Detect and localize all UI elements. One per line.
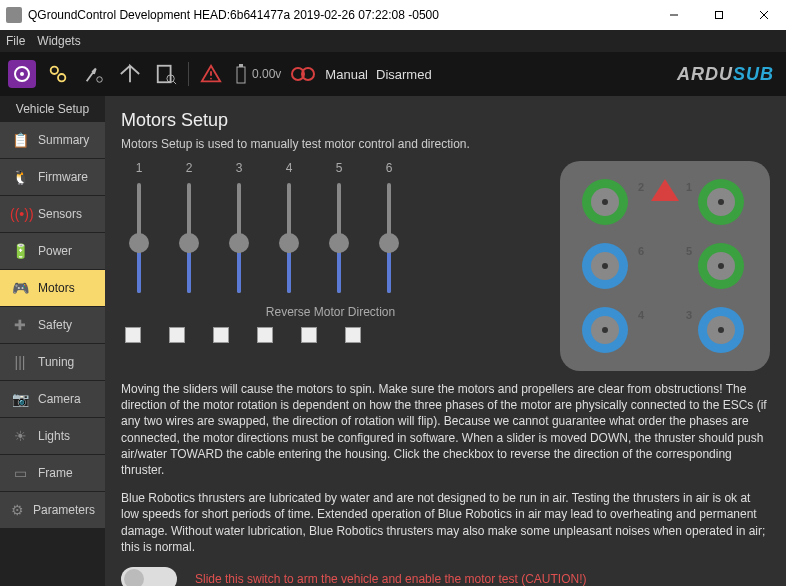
motor-slider-1[interactable]: 1 [121,161,157,293]
thruster-5: 5 [698,243,748,293]
slider-number-label: 6 [386,161,393,175]
joystick-icon[interactable] [289,60,317,88]
slider-number-label: 2 [186,161,193,175]
main-content: Motors Setup Motors Setup is used to man… [105,96,786,586]
sidebar-item-label: Parameters [33,503,95,517]
svg-point-5 [20,72,24,76]
window-maximize-button[interactable] [696,0,741,30]
battery-voltage: 0.00v [252,67,281,81]
sidebar-item-safety[interactable]: ✚Safety [0,307,105,343]
arm-caution-text: Slide this switch to arm the vehicle and… [195,572,587,586]
motor-slider-2[interactable]: 2 [171,161,207,293]
reverse-checkbox-4[interactable] [257,327,273,343]
sensors-icon: ((•)) [10,206,30,222]
sidebar-item-label: Summary [38,133,89,147]
motor-slider-3[interactable]: 3 [221,161,257,293]
thruster-label: 6 [638,245,644,257]
motor-sliders-group: 1 2 3 4 5 6 Reverse Motor Direction [121,161,540,343]
camera-icon: 📷 [10,391,30,407]
svg-point-7 [58,74,65,81]
svg-line-11 [173,81,176,84]
sidebar-item-tuning[interactable]: |||Tuning [0,344,105,380]
info-paragraph-1: Moving the sliders will cause the motors… [121,381,770,478]
window-title: QGroundControl Development HEAD:6b641477… [28,8,439,22]
thruster-1: 1 [698,179,748,229]
app-icon [6,7,22,23]
sidebar-item-motors[interactable]: 🎮Motors [0,270,105,306]
sidebar-item-firmware[interactable]: 🐧Firmware [0,159,105,195]
sidebar-item-label: Tuning [38,355,74,369]
reverse-checkbox-1[interactable] [125,327,141,343]
info-text-block: Moving the sliders will cause the motors… [121,381,770,555]
sidebar-item-label: Power [38,244,72,258]
thruster-label: 2 [638,181,644,193]
logo-icon[interactable] [8,60,36,88]
thruster-label: 4 [638,309,644,321]
settings-gear-icon[interactable] [44,60,72,88]
svg-point-13 [210,78,212,80]
analyze-icon[interactable] [152,60,180,88]
thruster-2: 2 [582,179,632,229]
sidebar-item-label: Camera [38,392,81,406]
reverse-checkbox-3[interactable] [213,327,229,343]
reverse-checkbox-5[interactable] [301,327,317,343]
flight-mode[interactable]: Manual [325,67,368,82]
parameters-icon: ⚙ [10,502,25,518]
window-close-button[interactable] [741,0,786,30]
summary-icon: 📋 [10,132,30,148]
battery-indicator[interactable]: 0.00v [233,63,281,85]
menubar: File Widgets [0,30,786,52]
thruster-6: 6 [582,243,632,293]
sidebar-item-frame[interactable]: ▭Frame [0,455,105,491]
motors-icon: 🎮 [10,280,30,296]
sidebar-item-label: Lights [38,429,70,443]
svg-point-8 [97,77,103,83]
sidebar-item-lights[interactable]: ☀Lights [0,418,105,454]
svg-point-6 [51,67,58,74]
arm-switch-row: Slide this switch to arm the vehicle and… [121,567,770,586]
toolbar-separator [188,62,189,86]
motor-slider-5[interactable]: 5 [321,161,357,293]
svg-rect-15 [239,64,243,67]
telemetry-icon[interactable] [116,60,144,88]
sidebar-item-label: Firmware [38,170,88,184]
firmware-icon: 🐧 [10,169,30,185]
page-title: Motors Setup [121,110,770,131]
brand-logo: ARDUSUB [677,64,774,85]
thruster-label: 3 [686,309,692,321]
slider-number-label: 4 [286,161,293,175]
reverse-checkbox-2[interactable] [169,327,185,343]
sidebar-item-summary[interactable]: 📋Summary [0,122,105,158]
slider-number-label: 5 [336,161,343,175]
thruster-3: 3 [698,307,748,357]
page-subtitle: Motors Setup is used to manually test mo… [121,137,770,151]
sidebar-item-power[interactable]: 🔋Power [0,233,105,269]
sidebar-item-label: Safety [38,318,72,332]
tuning-icon: ||| [10,354,30,370]
slider-number-label: 1 [136,161,143,175]
power-icon: 🔋 [10,243,30,259]
sidebar: Vehicle Setup 📋Summary 🐧Firmware ((•))Se… [0,96,105,586]
slider-number-label: 3 [236,161,243,175]
motor-slider-6[interactable]: 6 [371,161,407,293]
menu-widgets[interactable]: Widgets [37,34,80,48]
arm-state[interactable]: Disarmed [376,67,432,82]
arm-toggle-switch[interactable] [121,567,177,586]
thruster-4: 4 [582,307,632,357]
sidebar-title: Vehicle Setup [0,96,105,122]
sidebar-item-sensors[interactable]: ((•))Sensors [0,196,105,232]
sidebar-item-label: Frame [38,466,73,480]
sidebar-item-parameters[interactable]: ⚙Parameters [0,492,105,528]
thruster-label: 1 [686,181,692,193]
window-titlebar: QGroundControl Development HEAD:6b641477… [0,0,786,30]
warning-icon[interactable] [197,60,225,88]
sidebar-item-camera[interactable]: 📷Camera [0,381,105,417]
menu-file[interactable]: File [6,34,25,48]
lights-icon: ☀ [10,428,30,444]
motor-slider-4[interactable]: 4 [271,161,307,293]
window-minimize-button[interactable] [651,0,696,30]
svg-rect-9 [158,66,171,83]
waypoint-icon[interactable] [80,60,108,88]
reverse-checkbox-6[interactable] [345,327,361,343]
safety-icon: ✚ [10,317,30,333]
